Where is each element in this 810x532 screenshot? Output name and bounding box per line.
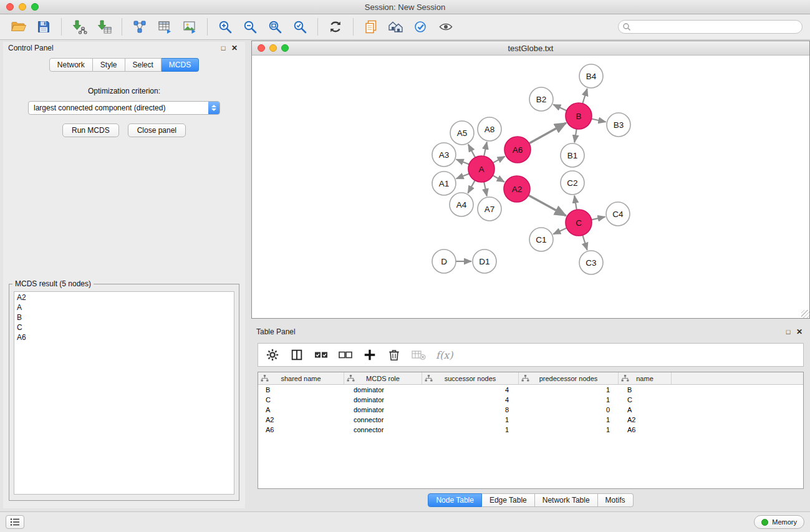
minimize-view-icon[interactable]	[269, 44, 277, 52]
table-cell[interactable]: A	[619, 406, 672, 414]
result-item[interactable]: A2	[17, 293, 231, 302]
table-cell[interactable]: dominator	[344, 386, 422, 394]
node-A5[interactable]: A5	[450, 121, 474, 145]
export-image-button[interactable]	[177, 16, 202, 37]
table-cell[interactable]: 1	[519, 396, 619, 404]
refresh-button[interactable]	[323, 16, 348, 37]
zoom-in-button[interactable]	[213, 16, 238, 37]
table-cell[interactable]: dominator	[344, 396, 422, 404]
node-D1[interactable]: D1	[473, 249, 496, 273]
edge-A-A8[interactable]	[484, 142, 487, 157]
edge-A-A1[interactable]	[456, 174, 470, 179]
deselect-all-button[interactable]	[337, 347, 354, 363]
task-history-button[interactable]	[6, 515, 24, 529]
node-D[interactable]: D	[432, 249, 456, 273]
tab-network-table[interactable]: Network Table	[535, 493, 598, 507]
table-cell[interactable]: A	[258, 406, 344, 414]
node-A8[interactable]: A8	[478, 117, 501, 141]
tab-network[interactable]: Network	[49, 58, 93, 72]
table-cell[interactable]: B	[258, 386, 344, 394]
function-builder-button[interactable]: f(x)	[436, 349, 453, 361]
node-A2[interactable]: A2	[504, 176, 530, 202]
edge-B-B1[interactable]	[574, 129, 576, 143]
criterion-select[interactable]: largest connected component (directed)	[28, 101, 220, 115]
zoom-fit-button[interactable]	[263, 16, 287, 37]
edge-A6-B[interactable]	[529, 123, 566, 143]
search-input[interactable]	[618, 20, 803, 34]
zoom-window-icon[interactable]	[31, 3, 39, 11]
edge-B-B4[interactable]	[582, 89, 587, 104]
table-cell[interactable]: 0	[519, 406, 619, 414]
table-cell[interactable]: 8	[422, 406, 519, 414]
result-item[interactable]: A	[17, 302, 231, 312]
table-cell[interactable]: 4	[422, 386, 519, 394]
table-cell[interactable]: A6	[619, 426, 672, 433]
result-item[interactable]: B	[17, 312, 231, 322]
tab-select[interactable]: Select	[125, 58, 162, 72]
edge-A-A2[interactable]	[493, 175, 504, 181]
minimize-window-icon[interactable]	[19, 3, 26, 11]
float-panel-icon[interactable]: □	[218, 44, 229, 52]
table-cell[interactable]: A6	[258, 426, 344, 433]
edge-A-A4[interactable]	[468, 180, 475, 193]
edge-C-C1[interactable]	[553, 228, 567, 235]
edge-A2-C[interactable]	[528, 195, 566, 216]
table-cell[interactable]: 4	[422, 396, 519, 404]
node-A1[interactable]: A1	[432, 172, 456, 195]
table-cell[interactable]: C	[258, 396, 344, 404]
edge-A-A3[interactable]	[456, 160, 470, 165]
zoom-selected-button[interactable]	[287, 16, 312, 37]
node-B3[interactable]: B3	[607, 113, 630, 137]
node-C4[interactable]: C4	[606, 202, 630, 226]
table-cell[interactable]: 1	[422, 426, 519, 433]
zoom-view-icon[interactable]	[281, 44, 289, 52]
node-A6[interactable]: A6	[504, 137, 531, 163]
table-cell[interactable]: 1	[519, 386, 619, 394]
add-column-button[interactable]	[362, 347, 378, 363]
save-session-button[interactable]	[31, 16, 56, 37]
node-A7[interactable]: A7	[478, 197, 501, 221]
node-A3[interactable]: A3	[432, 143, 456, 167]
edge-B-B3[interactable]	[592, 119, 606, 122]
resize-handle[interactable]	[801, 310, 809, 318]
new-network-button[interactable]	[127, 16, 152, 37]
close-table-panel-icon[interactable]: ✕	[794, 327, 805, 336]
node-A4[interactable]: A4	[450, 193, 473, 216]
table-row[interactable]: A2connector11A2	[258, 415, 803, 425]
close-view-icon[interactable]	[258, 44, 265, 52]
column-header-shared-name[interactable]: shared name	[258, 372, 344, 384]
edge-C-C2[interactable]	[574, 196, 577, 210]
column-header-mcds-role[interactable]: MCDS role	[344, 372, 422, 384]
node-C1[interactable]: C1	[529, 228, 553, 251]
result-item[interactable]: A6	[17, 332, 231, 342]
edge-A-A5[interactable]	[468, 145, 475, 158]
table-cell[interactable]: 1	[422, 416, 519, 423]
open-session-button[interactable]	[6, 16, 31, 37]
edge-C-C4[interactable]	[592, 217, 605, 220]
run-mcds-button[interactable]: Run MCDS	[62, 123, 119, 137]
delete-column-button[interactable]	[386, 347, 402, 363]
node-B4[interactable]: B4	[579, 64, 603, 88]
node-C[interactable]: C	[566, 210, 592, 236]
node-A[interactable]: A	[468, 156, 494, 182]
node-C2[interactable]: C2	[561, 171, 584, 195]
table-cell[interactable]: A2	[619, 416, 672, 423]
node-B1[interactable]: B1	[561, 143, 584, 167]
table-cell[interactable]: 1	[519, 426, 619, 433]
node-B2[interactable]: B2	[529, 87, 553, 111]
table-cell[interactable]: connector	[344, 426, 422, 433]
close-panel-icon[interactable]: ✕	[229, 44, 240, 52]
memory-button[interactable]: Memory	[754, 515, 804, 529]
float-table-panel-icon[interactable]: □	[783, 328, 794, 336]
table-cell[interactable]: A2	[258, 416, 344, 423]
edge-C-C3[interactable]	[582, 235, 587, 250]
first-neighbors-button[interactable]	[383, 16, 408, 37]
tab-style[interactable]: Style	[93, 58, 125, 72]
import-table-button[interactable]	[92, 16, 117, 37]
tab-edge-table[interactable]: Edge Table	[482, 493, 535, 507]
tab-node-table[interactable]: Node Table	[428, 493, 482, 507]
table-cell[interactable]: 1	[519, 416, 619, 423]
table-row[interactable]: A6connector11A6	[258, 425, 803, 435]
show-graphics-button[interactable]	[433, 16, 458, 37]
node-C3[interactable]: C3	[579, 251, 603, 274]
